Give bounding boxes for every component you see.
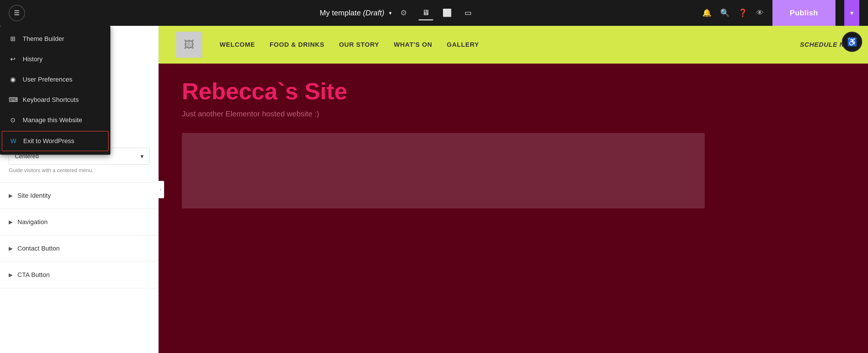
- keyboard-shortcuts-icon: ⌨: [9, 96, 17, 104]
- template-name: My template (Draft): [320, 8, 384, 18]
- menu-item-manage-website[interactable]: ⊙ Manage this Website: [0, 110, 111, 130]
- device-tablet-portrait-icon[interactable]: ▭: [461, 6, 475, 20]
- user-preferences-icon: ◉: [9, 76, 17, 83]
- accessibility-button[interactable]: ♿: [842, 32, 862, 52]
- user-preferences-label: User Preferences: [23, 76, 72, 83]
- nav-style-description: Guide visitors with a centered menu.: [9, 165, 150, 176]
- sidebar: ⊞ Theme Builder ↩ History ◉ User Prefere…: [0, 26, 159, 353]
- accordion-cta-button[interactable]: ▶ CTA Button: [0, 262, 158, 288]
- top-bar: ☰ My template (Draft) ▾ ⚙ 🖥 ⬜ ▭ 🔔 🔍 ❓ 👁 …: [0, 0, 868, 26]
- nav-welcome[interactable]: WELCOME: [220, 41, 255, 49]
- menu-item-exit-wordpress[interactable]: W Exit to WordPress: [2, 131, 108, 151]
- top-bar-left: ☰: [0, 5, 93, 21]
- dropdown-menu: ⊞ Theme Builder ↩ History ◉ User Prefere…: [0, 26, 111, 155]
- device-desktop-icon[interactable]: 🖥: [418, 6, 433, 20]
- accessibility-icon: ♿: [847, 37, 857, 47]
- top-bar-right: 🔔 🔍 ❓ 👁 Publish ▾: [702, 0, 868, 26]
- history-icon: ↩: [9, 56, 17, 63]
- menu-item-keyboard-shortcuts[interactable]: ⌨ Keyboard Shortcuts: [0, 90, 111, 110]
- search-icon[interactable]: 🔍: [720, 8, 730, 18]
- site-subtitle: Just another Elementor hosted website :): [182, 109, 845, 119]
- help-icon[interactable]: ❓: [738, 8, 747, 18]
- accordion-site-identity[interactable]: ▶ Site Identity: [0, 182, 158, 209]
- preview-icon[interactable]: 👁: [756, 8, 764, 18]
- menu-item-history[interactable]: ↩ History: [0, 49, 111, 69]
- exit-wordpress-label: Exit to WordPress: [23, 137, 74, 145]
- device-tablet-landscape-icon[interactable]: ⬜: [439, 6, 455, 20]
- cta-button-label: CTA Button: [18, 271, 50, 279]
- site-logo: 🖼: [176, 32, 202, 58]
- publish-dropdown-button[interactable]: ▾: [844, 0, 859, 26]
- nav-gallery[interactable]: GALLERY: [447, 41, 479, 49]
- keyboard-shortcuts-label: Keyboard Shortcuts: [23, 96, 79, 104]
- site-identity-label: Site Identity: [18, 192, 51, 199]
- accordion-list: ▶ Site Identity ▶ Navigation ▶ Contact B…: [0, 182, 158, 288]
- preview-area: 🖼 WELCOME FOOD & DRINKS OUR STORY WHAT'S…: [159, 26, 868, 353]
- top-bar-center: My template (Draft) ▾ ⚙ 🖥 ⬜ ▭: [93, 6, 702, 20]
- site-identity-arrow: ▶: [9, 192, 13, 199]
- history-label: History: [23, 56, 42, 63]
- hamburger-icon: ☰: [14, 9, 20, 17]
- nav-food-drinks[interactable]: FOOD & DRINKS: [270, 41, 324, 49]
- hamburger-button[interactable]: ☰: [9, 5, 25, 21]
- theme-builder-label: Theme Builder: [23, 35, 64, 43]
- site-image-placeholder: [182, 133, 705, 208]
- exit-wordpress-icon: W: [9, 137, 18, 145]
- menu-item-user-preferences[interactable]: ◉ User Preferences: [0, 69, 111, 90]
- device-icons: 🖥 ⬜ ▭: [418, 6, 475, 20]
- site-nav: WELCOME FOOD & DRINKS OUR STORY WHAT'S O…: [220, 41, 479, 49]
- navigation-arrow: ▶: [9, 219, 13, 225]
- template-settings-icon[interactable]: ⚙: [400, 8, 407, 18]
- theme-builder-icon: ⊞: [9, 35, 17, 43]
- contact-button-arrow: ▶: [9, 245, 13, 252]
- nav-style-dropdown-icon: ▾: [141, 153, 144, 160]
- collapse-icon: ‹: [160, 187, 161, 192]
- site-title: Rebecca`s Site: [182, 78, 845, 105]
- logo-image-placeholder: 🖼: [184, 39, 194, 51]
- publish-button[interactable]: Publish: [772, 0, 835, 26]
- manage-website-icon: ⊙: [9, 117, 17, 124]
- accordion-contact-button[interactable]: ▶ Contact Button: [0, 235, 158, 262]
- nav-whats-on[interactable]: WHAT'S ON: [394, 41, 432, 49]
- contact-button-label: Contact Button: [18, 245, 60, 252]
- accordion-navigation[interactable]: ▶ Navigation: [0, 209, 158, 235]
- menu-item-theme-builder[interactable]: ⊞ Theme Builder: [0, 29, 111, 49]
- site-preview-header: 🖼 WELCOME FOOD & DRINKS OUR STORY WHAT'S…: [159, 26, 868, 64]
- notifications-icon[interactable]: 🔔: [702, 8, 711, 18]
- manage-website-label: Manage this Website: [23, 117, 82, 124]
- navigation-label: Navigation: [18, 218, 48, 226]
- template-dropdown-arrow[interactable]: ▾: [389, 10, 392, 16]
- site-content: Rebecca`s Site Just another Elementor ho…: [159, 64, 868, 223]
- main-layout: ⊞ Theme Builder ↩ History ◉ User Prefere…: [0, 26, 868, 353]
- cta-button-arrow: ▶: [9, 272, 13, 278]
- nav-our-story[interactable]: OUR STORY: [339, 41, 379, 49]
- sidebar-collapse-handle[interactable]: ‹: [158, 181, 164, 198]
